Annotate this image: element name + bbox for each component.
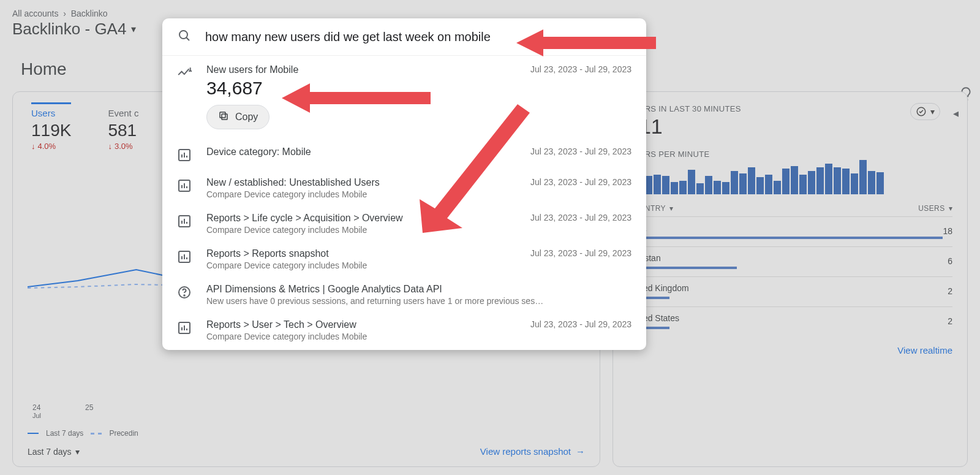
result-date: Jul 23, 2023 - Jul 29, 2023 xyxy=(530,319,631,329)
answer-hero[interactable]: New users for Mobile 34,687 Copy Jul 23,… xyxy=(162,56,646,138)
realtime-filter-button[interactable]: ▾ xyxy=(910,103,940,120)
view-reports-snapshot-link[interactable]: View reports snapshot → xyxy=(480,446,585,457)
svg-line-2 xyxy=(186,37,189,40)
minute-bar xyxy=(834,167,841,194)
x-tick: 24Jul xyxy=(32,403,41,419)
chart-legend: Last 7 days Precedin xyxy=(28,429,585,438)
result-title: New / established: Unestablished Users xyxy=(206,177,511,188)
date-range-label: Last 7 days xyxy=(28,447,72,457)
minute-bar xyxy=(679,181,687,194)
result-subtitle: Compare Device category includes Mobile xyxy=(206,189,511,199)
metric-value: 119K xyxy=(31,121,71,140)
country-row[interactable]: United Kingdom 2 xyxy=(628,276,952,306)
search-result[interactable]: Reports > Reports snapshot Compare Devic… xyxy=(162,243,646,279)
help-icon xyxy=(177,285,193,301)
minute-bar xyxy=(671,182,678,194)
arrow-down-icon: ↓ xyxy=(108,142,112,151)
country-row[interactable]: United States 2 xyxy=(628,306,952,336)
minute-bar xyxy=(859,160,867,194)
minute-bar xyxy=(705,176,712,194)
minute-bar xyxy=(876,172,884,194)
chart-x-axis: 24Jul25 xyxy=(28,403,585,419)
caret-left-icon[interactable]: ◂ xyxy=(953,107,959,120)
result-title: Reports > User > Tech > Overview xyxy=(206,319,511,330)
result-date: Jul 23, 2023 - Jul 29, 2023 xyxy=(530,213,631,222)
chart-icon xyxy=(177,178,193,194)
last-30-value: 511 xyxy=(628,115,952,139)
search-result[interactable]: Device category: Mobile Jul 23, 2023 - J… xyxy=(162,138,646,172)
country-users: 18 xyxy=(943,226,952,236)
minute-bar xyxy=(791,166,798,194)
minute-bar xyxy=(765,175,772,194)
legend-prev-swatch xyxy=(91,433,102,435)
minute-bar xyxy=(816,167,824,194)
minute-bar xyxy=(662,176,669,194)
svg-rect-3 xyxy=(222,114,227,120)
legend-current-swatch xyxy=(28,433,39,434)
hero-date: Jul 23, 2023 - Jul 29, 2023 xyxy=(530,64,631,74)
view-realtime-link[interactable]: View realtime xyxy=(897,345,952,355)
minute-bar xyxy=(782,169,790,194)
arrow-right-icon: → xyxy=(576,446,585,457)
hero-title: New users for Mobile xyxy=(206,64,511,75)
search-result[interactable]: New / established: Unestablished Users C… xyxy=(162,172,646,208)
users-column-header[interactable]: USERS ▾ xyxy=(918,204,952,213)
realtime-link-label: View realtime xyxy=(897,345,952,355)
result-date: Jul 23, 2023 - Jul 29, 2023 xyxy=(530,146,631,156)
chevron-down-icon: ▾ xyxy=(131,23,136,35)
minute-bar xyxy=(808,171,815,194)
metric-delta: ↓ 3.0% xyxy=(108,142,138,151)
minute-bar xyxy=(696,183,704,194)
chart-icon xyxy=(177,249,193,265)
minute-bar xyxy=(842,169,850,194)
search-result[interactable]: Reports > User > Tech > Overview Compare… xyxy=(162,314,646,350)
metric-label: Event c xyxy=(108,108,138,118)
result-title: Device category: Mobile xyxy=(206,146,511,158)
minute-bar xyxy=(851,173,858,194)
metric-event c[interactable]: Event c 581 ↓ 3.0% xyxy=(108,104,138,151)
country-row[interactable]: India 18 xyxy=(628,216,952,246)
per-minute-chart xyxy=(628,159,952,194)
snapshot-link-label: View reports snapshot xyxy=(480,446,571,457)
search-result[interactable]: API Dimensions & Metrics | Google Analyt… xyxy=(162,279,646,314)
hero-value: 34,687 xyxy=(206,78,511,99)
copy-label: Copy xyxy=(235,112,258,123)
metric-users[interactable]: Users 119K ↓ 4.0% xyxy=(31,102,71,151)
search-assistant-popup: New users for Mobile 34,687 Copy Jul 23,… xyxy=(162,18,646,350)
minute-bar xyxy=(756,177,764,194)
value-bar xyxy=(628,237,943,239)
country-users: 2 xyxy=(948,286,952,296)
minute-bar xyxy=(774,181,781,194)
spark-icon xyxy=(177,66,193,82)
realtime-card: ▾ ◂ USERS IN LAST 30 MINUTES 511 USERS P… xyxy=(612,91,968,467)
minute-bar xyxy=(868,171,875,194)
legend-prev-label: Precedin xyxy=(109,429,138,438)
result-title: Reports > Life cycle > Acquisition > Ove… xyxy=(206,213,511,224)
breadcrumb-root[interactable]: All accounts xyxy=(12,9,58,18)
result-subtitle: New users have 0 previous sessions, and … xyxy=(206,296,631,306)
minute-bar xyxy=(688,170,695,194)
result-date: Jul 23, 2023 - Jul 29, 2023 xyxy=(530,177,631,187)
search-result[interactable]: Reports > Life cycle > Acquisition > Ove… xyxy=(162,208,646,243)
country-users: 6 xyxy=(948,256,952,266)
metric-label: Users xyxy=(31,108,71,118)
minute-bar xyxy=(731,171,738,194)
result-title: Reports > Reports snapshot xyxy=(206,248,511,259)
chart-icon xyxy=(177,148,193,164)
date-range-picker[interactable]: Last 7 days ▾ xyxy=(28,447,80,457)
per-minute-label: USERS PER MINUTE xyxy=(628,150,952,159)
chevron-down-icon: ▾ xyxy=(75,447,80,457)
chart-icon xyxy=(177,214,193,230)
minute-bar xyxy=(654,175,661,194)
minute-bar xyxy=(739,173,747,194)
country-users: 2 xyxy=(948,316,952,326)
copy-button[interactable]: Copy xyxy=(206,105,270,129)
country-row[interactable]: Pakistan 6 xyxy=(628,246,952,276)
svg-point-1 xyxy=(179,31,187,39)
breadcrumb-dest[interactable]: Backlinko xyxy=(71,9,108,18)
search-input[interactable] xyxy=(204,29,631,45)
result-subtitle: Compare Device category includes Mobile xyxy=(206,260,511,270)
search-icon xyxy=(177,28,192,45)
chart-icon xyxy=(177,321,193,336)
breadcrumb: All accounts › Backlinko xyxy=(12,9,968,18)
